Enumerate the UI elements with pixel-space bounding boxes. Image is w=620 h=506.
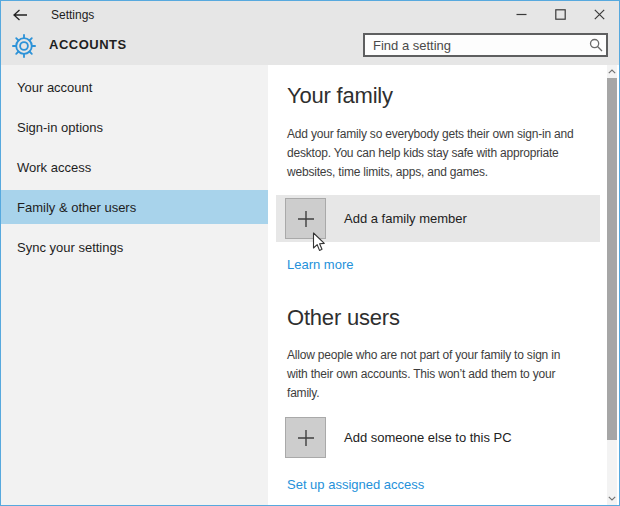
settings-window: Settings [0, 0, 620, 506]
add-family-member-label: Add a family member [344, 211, 467, 226]
top-band: Settings [1, 1, 619, 65]
window-title: Settings [51, 8, 94, 22]
plus-icon [285, 417, 326, 458]
maximize-button[interactable] [541, 1, 580, 28]
other-users-description: Allow people who are not part of your fa… [287, 346, 560, 403]
close-button[interactable] [580, 1, 619, 28]
window-controls [502, 1, 619, 28]
main-content: Your family Add your family so everybody… [268, 65, 619, 505]
chevron-down-icon [608, 496, 616, 501]
your-family-description-line: Add your family so everybody gets their … [287, 125, 574, 144]
scrollbar-thumb[interactable] [607, 78, 617, 440]
maximize-icon [555, 9, 566, 20]
search-box [363, 33, 608, 57]
sidebar-item-family-other-users[interactable]: Family & other users [1, 190, 268, 224]
scroll-down-button[interactable] [607, 492, 617, 505]
sidebar-item-work-access[interactable]: Work access [1, 150, 268, 184]
scroll-up-button[interactable] [607, 65, 617, 78]
other-users-description-line: family. [287, 384, 560, 403]
add-family-member-button[interactable]: Add a family member [276, 195, 600, 242]
page-header: ACCOUNTS [1, 28, 619, 65]
gear-icon [11, 33, 37, 59]
your-family-description-line: desktop. You can help kids stay safe wit… [287, 144, 574, 163]
minimize-button[interactable] [502, 1, 541, 28]
sidebar-item-sync-your-settings[interactable]: Sync your settings [1, 230, 268, 264]
search-icon [586, 35, 606, 55]
titlebar: Settings [1, 1, 619, 28]
back-button[interactable] [1, 1, 39, 28]
your-family-heading: Your family [287, 83, 393, 109]
set-up-assigned-access-link[interactable]: Set up assigned access [287, 477, 424, 492]
back-arrow-icon [12, 9, 28, 21]
page-title: ACCOUNTS [49, 37, 127, 52]
chevron-up-icon [608, 69, 616, 74]
your-family-description: Add your family so everybody gets their … [287, 125, 574, 182]
other-users-description-line: with their own accounts. This won’t add … [287, 365, 560, 384]
plus-icon [285, 198, 326, 239]
your-family-description-line: websites, time limits, apps, and games. [287, 163, 574, 182]
sidebar-item-your-account[interactable]: Your account [1, 70, 268, 104]
add-someone-else-label: Add someone else to this PC [344, 430, 512, 445]
other-users-description-line: Allow people who are not part of your fa… [287, 346, 560, 365]
close-icon [594, 9, 605, 20]
minimize-icon [516, 9, 527, 20]
add-someone-else-button[interactable]: Add someone else to this PC [276, 414, 600, 461]
other-users-heading: Other users [287, 305, 400, 331]
learn-more-link[interactable]: Learn more [287, 257, 353, 272]
sidebar-item-sign-in-options[interactable]: Sign-in options [1, 110, 268, 144]
vertical-scrollbar[interactable] [607, 65, 617, 505]
sidebar: Your account Sign-in options Work access… [1, 65, 268, 505]
search-input[interactable] [365, 35, 586, 55]
